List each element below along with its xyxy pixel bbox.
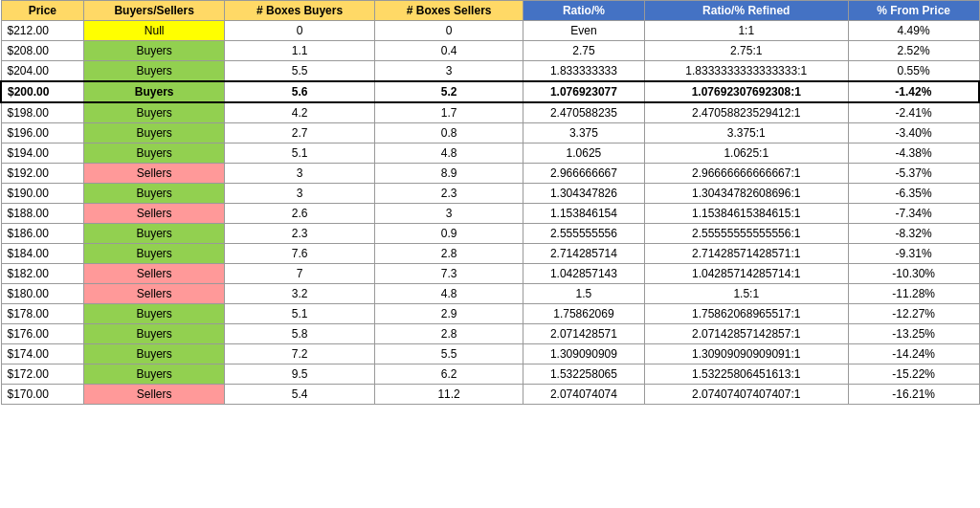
- table-row: $190.00Buyers32.31.3043478261.3043478260…: [1, 184, 979, 204]
- price-cell: $190.00: [1, 184, 84, 204]
- price-cell: $188.00: [1, 204, 84, 224]
- side-cell: Sellers: [84, 164, 225, 184]
- ratio-cell: 1.75862069: [523, 304, 645, 324]
- table-row: $180.00Sellers3.24.81.51.5:1-11.28%: [1, 284, 979, 304]
- price-cell: $180.00: [1, 284, 84, 304]
- ratio-cell: 1.5: [523, 284, 645, 304]
- from-price-cell: -13.25%: [848, 324, 979, 344]
- ratio-cell: 2.75: [523, 41, 645, 61]
- ratio-refined-cell: 1.75862068965517:1: [644, 304, 848, 324]
- main-table: PriceBuyers/Sellers# Boxes Buyers# Boxes…: [0, 0, 980, 405]
- box-buyers-cell: 7.6: [225, 244, 375, 264]
- price-cell: $194.00: [1, 144, 84, 164]
- box-sellers-cell: 2.8: [375, 324, 523, 344]
- table-row: $186.00Buyers2.30.92.5555555562.55555555…: [1, 224, 979, 244]
- side-cell: Buyers: [84, 81, 225, 102]
- table-row: $178.00Buyers5.12.91.758620691.758620689…: [1, 304, 979, 324]
- price-cell: $182.00: [1, 264, 84, 284]
- ratio-refined-cell: 2.07407407407407:1: [644, 385, 848, 405]
- ratio-refined-cell: 1.5:1: [644, 284, 848, 304]
- side-cell: Buyers: [84, 304, 225, 324]
- box-sellers-cell: 2.3: [375, 184, 523, 204]
- box-buyers-cell: 5.1: [225, 304, 375, 324]
- side-cell: Buyers: [84, 224, 225, 244]
- ratio-cell: 2.966666667: [523, 164, 645, 184]
- box-buyers-cell: 3.2: [225, 284, 375, 304]
- side-cell: Buyers: [84, 324, 225, 344]
- price-cell: $196.00: [1, 123, 84, 144]
- table-row: $212.00Null00Even1:14.49%: [1, 21, 979, 41]
- box-sellers-cell: 3: [375, 204, 523, 224]
- ratio-refined-cell: 2.47058823529412:1: [644, 102, 848, 123]
- table-row: $172.00Buyers9.56.21.5322580651.53225806…: [1, 364, 979, 385]
- table-row: $174.00Buyers7.25.51.3090909091.30909090…: [1, 344, 979, 364]
- side-cell: Buyers: [84, 61, 225, 82]
- table-row: $196.00Buyers2.70.83.3753.375:1-3.40%: [1, 123, 979, 144]
- ratio-cell: 1.076923077: [523, 81, 645, 102]
- box-buyers-cell: 5.6: [225, 81, 375, 102]
- from-price-cell: -1.42%: [848, 81, 979, 102]
- box-buyers-cell: 7: [225, 264, 375, 284]
- ratio-refined-cell: 1.15384615384615:1: [644, 204, 848, 224]
- price-cell: $212.00: [1, 21, 84, 41]
- col-header-2: # Boxes Buyers: [225, 1, 375, 21]
- from-price-cell: -10.30%: [848, 264, 979, 284]
- box-sellers-cell: 2.8: [375, 244, 523, 264]
- ratio-refined-cell: 1.30909090909091:1: [644, 344, 848, 364]
- ratio-refined-cell: 2.75:1: [644, 41, 848, 61]
- price-cell: $198.00: [1, 102, 84, 123]
- side-cell: Null: [84, 21, 225, 41]
- box-sellers-cell: 5.2: [375, 81, 523, 102]
- box-sellers-cell: 0.9: [375, 224, 523, 244]
- side-cell: Buyers: [84, 41, 225, 61]
- box-sellers-cell: 0.4: [375, 41, 523, 61]
- box-buyers-cell: 7.2: [225, 344, 375, 364]
- ratio-refined-cell: 2.71428571428571:1: [644, 244, 848, 264]
- price-cell: $184.00: [1, 244, 84, 264]
- ratio-cell: 2.555555556: [523, 224, 645, 244]
- ratio-refined-cell: 3.375:1: [644, 123, 848, 144]
- from-price-cell: 2.52%: [848, 41, 979, 61]
- box-buyers-cell: 2.7: [225, 123, 375, 144]
- side-cell: Buyers: [84, 244, 225, 264]
- side-cell: Sellers: [84, 284, 225, 304]
- box-sellers-cell: 7.3: [375, 264, 523, 284]
- col-header-4: Ratio/%: [523, 1, 645, 21]
- side-cell: Buyers: [84, 364, 225, 385]
- price-cell: $178.00: [1, 304, 84, 324]
- from-price-cell: 0.55%: [848, 61, 979, 82]
- from-price-cell: -12.27%: [848, 304, 979, 324]
- box-sellers-cell: 4.8: [375, 144, 523, 164]
- col-header-3: # Boxes Sellers: [375, 1, 523, 21]
- ratio-cell: 1.0625: [523, 144, 645, 164]
- col-header-0: Price: [1, 1, 84, 21]
- ratio-refined-cell: 1:1: [644, 21, 848, 41]
- ratio-refined-cell: 2.55555555555556:1: [644, 224, 848, 244]
- box-sellers-cell: 4.8: [375, 284, 523, 304]
- side-cell: Buyers: [84, 123, 225, 144]
- table-row: $192.00Sellers38.92.9666666672.966666666…: [1, 164, 979, 184]
- table-row: $198.00Buyers4.21.72.4705882352.47058823…: [1, 102, 979, 123]
- box-sellers-cell: 3: [375, 61, 523, 82]
- from-price-cell: -6.35%: [848, 184, 979, 204]
- col-header-1: Buyers/Sellers: [84, 1, 225, 21]
- table-row: $170.00Sellers5.411.22.0740740742.074074…: [1, 385, 979, 405]
- box-sellers-cell: 0: [375, 21, 523, 41]
- ratio-cell: 2.074074074: [523, 385, 645, 405]
- side-cell: Sellers: [84, 264, 225, 284]
- ratio-cell: Even: [523, 21, 645, 41]
- from-price-cell: -9.31%: [848, 244, 979, 264]
- from-price-cell: -11.28%: [848, 284, 979, 304]
- table-row: $208.00Buyers1.10.42.752.75:12.52%: [1, 41, 979, 61]
- from-price-cell: -15.22%: [848, 364, 979, 385]
- ratio-cell: 1.833333333: [523, 61, 645, 82]
- ratio-refined-cell: 1.07692307692308:1: [644, 81, 848, 102]
- from-price-cell: -2.41%: [848, 102, 979, 123]
- price-cell: $174.00: [1, 344, 84, 364]
- from-price-cell: -8.32%: [848, 224, 979, 244]
- box-sellers-cell: 5.5: [375, 344, 523, 364]
- ratio-cell: 1.309090909: [523, 344, 645, 364]
- side-cell: Sellers: [84, 385, 225, 405]
- from-price-cell: 4.49%: [848, 21, 979, 41]
- from-price-cell: -4.38%: [848, 144, 979, 164]
